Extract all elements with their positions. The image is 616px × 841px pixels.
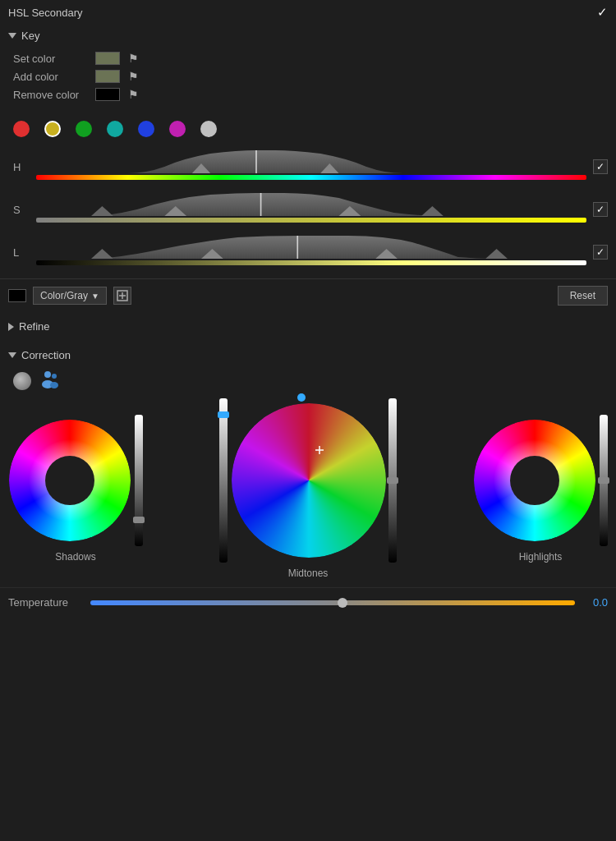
correction-icon-blue[interactable] <box>39 370 62 392</box>
refine-toggle[interactable]: Refine <box>0 315 616 338</box>
correction-label: Correction <box>21 349 71 361</box>
svg-marker-10 <box>375 249 398 259</box>
svg-point-17 <box>52 374 57 379</box>
shadows-v-slider[interactable] <box>135 415 143 546</box>
h-gradient-bar <box>36 175 586 180</box>
shadows-slider-handle[interactable] <box>133 517 145 523</box>
midtones-wheel[interactable] <box>231 402 387 558</box>
set-color-label: Set color <box>13 53 87 65</box>
svg-marker-4 <box>164 206 186 216</box>
shadows-wheel-with-slider <box>8 415 143 546</box>
l-bell-curve <box>36 236 586 260</box>
add-color-swatch[interactable] <box>95 70 120 83</box>
midtones-container: Midtones <box>226 398 390 579</box>
s-checkbox[interactable]: ✓ <box>593 202 608 217</box>
panel-checkmark[interactable]: ✓ <box>597 5 608 20</box>
color-gray-swatch <box>8 289 26 302</box>
swap-icon <box>117 290 128 301</box>
color-gray-row: Color/Gray ▼ Reset <box>0 278 616 312</box>
svg-point-16 <box>44 371 51 378</box>
l-checkbox[interactable]: ✓ <box>593 245 608 260</box>
h-checkbox[interactable]: ✓ <box>593 159 608 174</box>
svg-point-30 <box>510 456 559 505</box>
color-gray-icon-btn[interactable] <box>113 287 131 305</box>
panel-title: HSL Secondary <box>8 7 83 19</box>
svg-point-25 <box>232 403 386 558</box>
circle-purple[interactable] <box>169 121 186 137</box>
key-section: Set color ⚑ Add color ⚑ Remove color ⚑ <box>0 47 616 114</box>
shadows-wheel[interactable] <box>8 419 131 542</box>
s-bell-curve <box>36 193 586 218</box>
circle-white[interactable] <box>200 121 217 137</box>
svg-point-19 <box>50 382 58 388</box>
svg-marker-5 <box>339 206 361 216</box>
circle-red[interactable] <box>13 121 30 137</box>
svg-marker-11 <box>91 249 113 259</box>
midtones-v-slider-left[interactable] <box>219 398 228 563</box>
svg-marker-2 <box>320 163 338 173</box>
color-gray-label: Color/Gray <box>40 290 88 301</box>
temperature-row: Temperature 0.0 <box>0 587 616 617</box>
circle-teal[interactable] <box>107 121 123 137</box>
highlights-wheel-with-slider <box>473 415 608 546</box>
set-color-swatch[interactable] <box>95 52 120 65</box>
l-gradient-bar <box>36 260 586 265</box>
refine-label: Refine <box>19 320 50 333</box>
temperature-label: Temperature <box>8 596 82 609</box>
key-label: Key <box>21 30 39 42</box>
add-color-label: Add color <box>13 71 87 83</box>
midtones-slider-handle-left[interactable] <box>218 411 229 418</box>
svg-marker-1 <box>192 163 210 173</box>
color-gray-dropdown[interactable]: Color/Gray ▼ <box>33 287 107 305</box>
svg-marker-7 <box>421 206 444 216</box>
s-slider[interactable] <box>36 193 586 226</box>
l-label: L <box>13 246 30 259</box>
h-row: H ✓ <box>0 147 616 190</box>
s-row: S ✓ <box>0 190 616 232</box>
temperature-value: 0.0 <box>583 596 608 609</box>
dropdown-arrow-icon: ▼ <box>91 292 99 301</box>
set-color-eyedropper[interactable]: ⚑ <box>128 52 139 65</box>
circle-green[interactable] <box>76 121 92 137</box>
svg-marker-9 <box>201 249 223 259</box>
circle-blue[interactable] <box>138 121 154 137</box>
correction-collapse-icon <box>8 352 16 358</box>
svg-marker-6 <box>91 206 113 216</box>
h-slider[interactable] <box>36 150 586 183</box>
highlights-v-slider[interactable] <box>600 415 608 546</box>
l-slider[interactable] <box>36 236 586 269</box>
correction-toggle[interactable]: Correction <box>0 344 616 366</box>
color-circles <box>0 114 616 144</box>
correction-icon-gray[interactable] <box>13 372 31 390</box>
h-label: H <box>13 161 30 173</box>
remove-color-eyedropper[interactable]: ⚑ <box>128 88 139 101</box>
add-color-eyedropper[interactable]: ⚑ <box>128 70 139 83</box>
set-color-row: Set color ⚑ <box>13 52 603 65</box>
highlights-wheel[interactable] <box>473 419 596 542</box>
h-bell-curve <box>36 150 586 175</box>
midtones-v-slider-right[interactable] <box>388 398 397 563</box>
shadows-label: Shadows <box>55 551 95 563</box>
circle-yellow[interactable] <box>44 121 61 137</box>
panel-header: HSL Secondary ✓ <box>0 0 616 25</box>
temperature-handle[interactable] <box>338 598 347 608</box>
reset-button[interactable]: Reset <box>558 286 608 306</box>
remove-color-label: Remove color <box>13 89 87 101</box>
highlights-label: Highlights <box>519 551 563 563</box>
remove-color-swatch[interactable] <box>95 88 120 101</box>
midtones-label: Midtones <box>288 568 329 579</box>
correction-icons-row <box>0 366 616 398</box>
refine-collapse-icon <box>8 323 14 331</box>
s-label: S <box>13 204 30 216</box>
refine-section: Refine <box>0 312 616 341</box>
key-collapse-icon <box>8 33 16 39</box>
midtones-slider-handle-right[interactable] <box>387 477 398 484</box>
key-section-toggle[interactable]: Key <box>0 25 616 47</box>
highlights-slider-handle[interactable] <box>598 477 609 484</box>
l-row: L ✓ <box>0 232 616 275</box>
temperature-slider[interactable] <box>90 600 575 605</box>
s-gradient-bar <box>36 218 586 223</box>
add-color-row: Add color ⚑ <box>13 70 603 83</box>
svg-marker-12 <box>485 249 508 259</box>
correction-section: Correction <box>0 341 616 620</box>
